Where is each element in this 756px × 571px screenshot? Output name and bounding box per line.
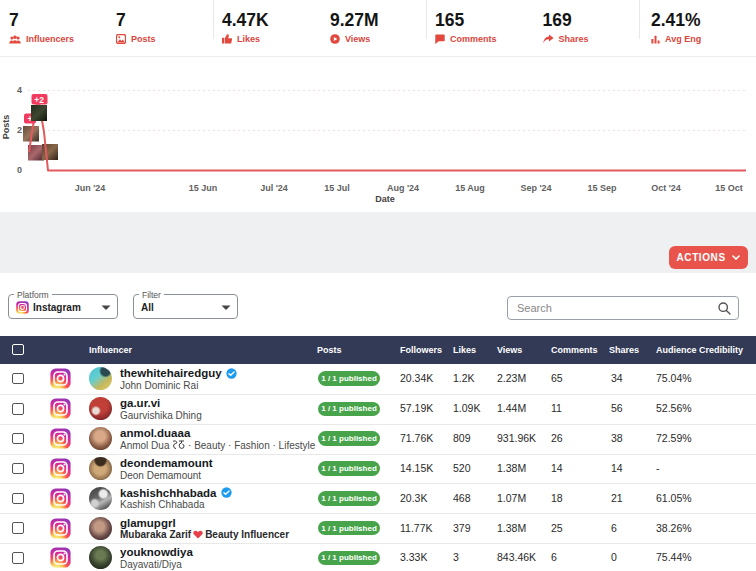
svg-text:+2: +2 <box>34 95 44 105</box>
